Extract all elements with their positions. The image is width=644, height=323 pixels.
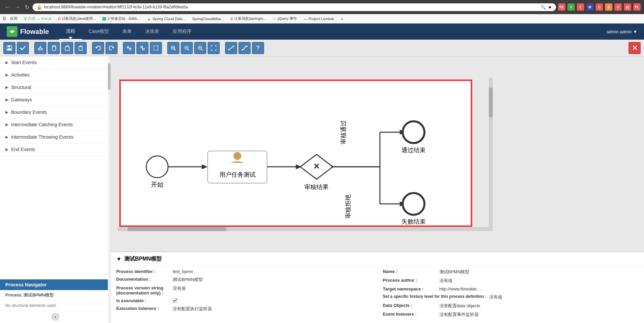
end-event-2[interactable] (403, 193, 425, 215)
panel-item-structural[interactable]: ▶ Structural (0, 81, 111, 94)
props-grid: Process identifier : test_bpmn Documenta… (111, 266, 644, 323)
bookmark-springm[interactable]: C (1条消息)springm... (228, 15, 269, 22)
search-icon: 🔍 (541, 5, 546, 10)
panel-item-activities[interactable]: ▶ Activities (0, 69, 111, 81)
bookmark-java[interactable]: C (2条消息)Java使用... (55, 15, 99, 22)
bookmark-more[interactable]: » (338, 16, 346, 21)
svg-line-23 (174, 49, 176, 50)
undo-button[interactable] (92, 42, 104, 54)
refresh-button[interactable]: ↻ (24, 3, 31, 12)
align-v-button[interactable] (136, 42, 148, 54)
help-button[interactable]: ? (252, 42, 264, 54)
bookmark-spring-cloud-alibaba[interactable]: SpringCloudAliba... (189, 16, 226, 21)
panel-item-start-events[interactable]: ▶ Start Events (0, 56, 111, 69)
zoom-full-button[interactable] (208, 42, 220, 54)
fav-icon-4[interactable]: M (586, 3, 594, 11)
scroll-indicator[interactable] (108, 56, 111, 323)
props-right-col: Name : 测试BPMN模型 Process author : 没有值 Tar… (378, 266, 644, 323)
edge-type2-button[interactable] (239, 42, 251, 54)
close-editor-button[interactable]: ✕ (629, 42, 641, 54)
panel-item-end-events[interactable]: ▶ End Events (0, 143, 111, 156)
zoom-in-button[interactable] (167, 42, 179, 54)
svg-point-34 (228, 49, 229, 50)
fav-icon-1[interactable]: FE (558, 3, 565, 11)
svg-line-27 (188, 49, 189, 50)
svg-point-33 (200, 47, 201, 48)
fav-icon-2[interactable]: V (567, 3, 575, 11)
fav-icon-6[interactable]: S (605, 3, 612, 11)
fav-icon-8[interactable]: jQ (624, 3, 631, 11)
process-name: Process: 测试BPMN模型 (0, 290, 111, 301)
svg-point-20 (154, 49, 155, 50)
collapse-panel-button[interactable]: ‹ (51, 313, 59, 321)
delete-button[interactable] (75, 42, 87, 54)
prop-label-event-listeners: Event listeners : (383, 312, 437, 317)
prop-row-identifier: Process identifier : test_bpmn (116, 269, 372, 274)
panel-item-gateways[interactable]: ▶ Gateways (0, 94, 111, 106)
nav-item-case[interactable]: Case模型 (82, 24, 116, 40)
structural-label: Structural (11, 85, 31, 90)
arrow-icon: ▶ (5, 85, 8, 90)
svg-rect-13 (129, 49, 131, 50)
edge-type1-button[interactable] (225, 42, 237, 54)
props-title: 测试BPMN模型 (124, 256, 162, 263)
end-event-1[interactable] (403, 121, 425, 143)
copy-button[interactable] (48, 42, 60, 54)
fav-icon-5[interactable]: C (596, 3, 603, 11)
intermediate-throwing-label: Intermediate Throwing Events (11, 134, 74, 140)
app-name: Flowable (20, 28, 49, 36)
prop-row-exec-listeners: Execution listeners : 没有配置执行监听器 (116, 306, 372, 312)
panel-item-boundary-events[interactable]: ▶ Boundary Events (0, 106, 111, 119)
svg-point-41 (233, 152, 242, 160)
validate-button[interactable] (17, 42, 29, 54)
cut-button[interactable] (34, 42, 46, 54)
start-event[interactable] (146, 156, 168, 178)
svg-rect-9 (65, 47, 69, 51)
fav-icon-9[interactable]: PL (633, 3, 641, 11)
prop-value-name: 测试BPMN模型 (439, 269, 470, 275)
prop-label-author: Process author : (383, 278, 437, 283)
paste-button[interactable] (61, 42, 73, 54)
prop-value-data-objects: 没有配置data objects (439, 303, 480, 309)
back-button[interactable]: ← (3, 3, 11, 11)
save-button[interactable] (3, 42, 15, 54)
canvas-area[interactable]: 开始 用户任务测试 ✕ 审核结果 审核通过 (111, 56, 644, 323)
select-button[interactable] (150, 42, 162, 54)
bookmark-jquery[interactable]: — jQuery 事件 (270, 15, 300, 22)
nav-item-decision[interactable]: 决策表 (138, 24, 166, 40)
no-structural-text: No structural elements used. (0, 301, 111, 311)
prop-checkbox-executable[interactable] (173, 298, 177, 303)
bookmark-lombok[interactable]: — Project Lombok (301, 16, 337, 21)
fav-icon-7[interactable]: C (614, 3, 622, 11)
left-panel: ▶ Start Events ▶ Activities ▶ Structural… (0, 56, 111, 323)
nav-item-flow[interactable]: 流程 (59, 24, 82, 40)
prop-label-executable: Is executable : (116, 298, 170, 303)
props-header: ▼ 测试BPMN模型 (111, 252, 644, 266)
address-bar[interactable]: 🔒 localhost:8889/flowable-modeler/#/edit… (33, 3, 556, 11)
zoom-fit-button[interactable] (194, 42, 206, 54)
prop-value-event-listeners: 没有配置事件监听器 (439, 312, 479, 318)
panel-item-intermediate-throwing[interactable]: ▶ Intermediate Throwing Events (0, 131, 111, 143)
prop-row-version: Process version string(documentation onl… (116, 285, 372, 295)
align-h-button[interactable] (123, 42, 135, 54)
apps-icon[interactable]: ⠿ (3, 16, 6, 21)
nav-item-form[interactable]: 表单 (116, 24, 138, 40)
prop-value-exec-listeners: 没有配置执行监听器 (173, 306, 212, 312)
bookmark-dubbo[interactable]: N 2 快速启动 · dubb... (100, 15, 142, 22)
panel-item-intermediate-catching[interactable]: ▶ Intermediate Catching Events (0, 119, 111, 131)
prop-label-identifier: Process identifier : (116, 269, 170, 274)
user-menu[interactable]: admin admin ▼ (607, 29, 637, 34)
forward-button[interactable]: → (13, 3, 22, 11)
bookmark-apps[interactable]: 应用 (7, 15, 20, 22)
bookmark-vue[interactable]: V 介绍 — Vue.js (22, 15, 54, 22)
zoom-out-button[interactable] (181, 42, 193, 54)
prop-row-author: Process author : 没有值 (383, 278, 639, 284)
props-left-col: Process identifier : test_bpmn Documenta… (111, 266, 378, 323)
nav-item-app[interactable]: 应用程序 (166, 24, 198, 40)
svg-rect-8 (52, 47, 56, 50)
bookmark-spring-cloud[interactable]: 🍃 Spring Cloud Dals... (144, 16, 188, 21)
redo-button[interactable] (105, 42, 118, 54)
fav-icon-3[interactable]: C (577, 3, 584, 11)
collapse-props-icon[interactable]: ▼ (116, 256, 122, 262)
panel-scroll[interactable]: ▶ Start Events ▶ Activities ▶ Structural… (0, 56, 111, 279)
